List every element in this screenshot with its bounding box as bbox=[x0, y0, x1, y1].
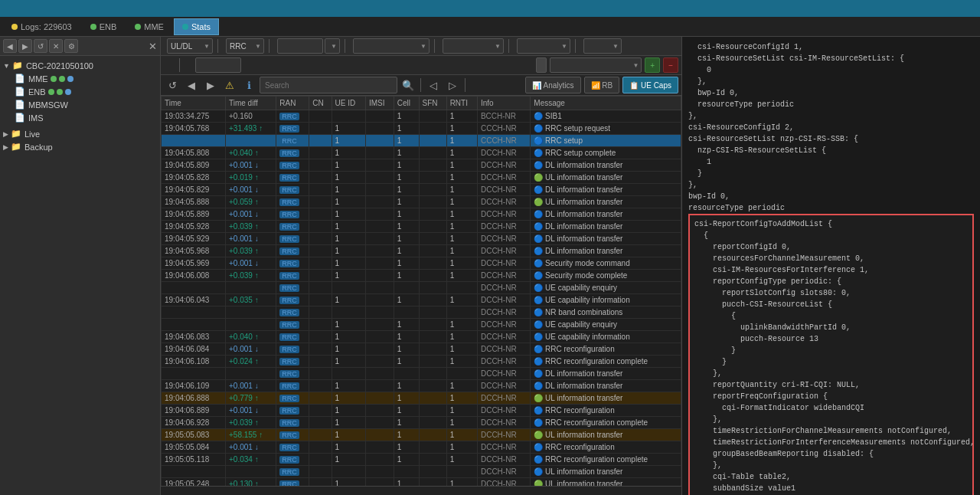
info-button[interactable]: ℹ bbox=[240, 77, 257, 93]
add-filter-button[interactable]: + bbox=[645, 57, 660, 73]
table-row[interactable]: RRC 1 1 1 DCCH-NR 🔵 UE capability enquir… bbox=[162, 319, 681, 331]
nav-forward-button[interactable]: ▶ bbox=[18, 39, 32, 53]
ueid-select[interactable] bbox=[325, 38, 340, 54]
table-row[interactable]: 19:03:34.275 +0.160 RRC 1 1 BCCH-NR 🔵 SI… bbox=[162, 110, 681, 123]
table-row[interactable]: 19:04:06.008 +0.039 ↑ RRC 1 1 1 DCCH-NR … bbox=[162, 270, 681, 282]
time-toolbar: + − bbox=[161, 56, 681, 75]
table-row[interactable]: 19:04:06.083 +0.040 ↑ RRC 1 1 1 DCCH-NR … bbox=[162, 331, 681, 343]
tab-mme[interactable]: MME bbox=[126, 18, 172, 35]
table-row[interactable]: 19:04:06.888 +0.779 ↑ RRC 1 1 1 DCCH-NR … bbox=[162, 392, 681, 405]
layer-select[interactable]: RRC bbox=[226, 38, 264, 54]
sidebar-item-mme[interactable]: 📄 MME bbox=[0, 72, 160, 85]
cell-ueid: 1 bbox=[332, 294, 365, 307]
table-row[interactable]: 19:05:05.248 +0.130 ↑ RRC 1 1 1 DCCH-NR … bbox=[162, 478, 681, 487]
col-cn: CN bbox=[309, 97, 332, 110]
cell-imsi bbox=[365, 135, 394, 147]
refresh-table-button[interactable]: ↺ bbox=[164, 77, 181, 93]
table-row[interactable]: 19:04:05.809 +0.001 ↓ RRC 1 1 1 DCCH-NR … bbox=[162, 159, 681, 172]
uecaps-button[interactable]: 📋 UE Caps bbox=[622, 77, 678, 93]
cell-ueid: 1 bbox=[332, 405, 365, 417]
cell-ueid: 1 bbox=[332, 343, 365, 356]
tab-stats[interactable]: Stats bbox=[174, 18, 219, 35]
table-row[interactable]: RRC DCCH-NR 🔵 UL information transfer bbox=[162, 466, 681, 478]
cell-rnti: 1 bbox=[446, 429, 477, 441]
table-row[interactable]: 19:04:05.929 +0.001 ↓ RRC 1 1 1 DCCH-NR … bbox=[162, 233, 681, 245]
cell-message: 🔵 UE capability information bbox=[531, 294, 681, 307]
mme-status-1 bbox=[51, 76, 57, 82]
col-info: Info bbox=[477, 97, 530, 110]
table-row[interactable]: 19:04:06.108 +0.024 ↑ RRC 1 1 1 DCCH-NR … bbox=[162, 356, 681, 368]
table-row[interactable]: RRC DCCH-NR 🔵 UE capability enquiry bbox=[162, 282, 681, 294]
nav-back-button[interactable]: ◀ bbox=[3, 39, 17, 53]
mode-select[interactable]: UL/DL bbox=[167, 38, 213, 54]
table-row[interactable]: 19:05:05.084 +0.001 ↓ RRC 1 1 1 DCCH-NR … bbox=[162, 441, 681, 454]
cell-info: DCCH-NR bbox=[477, 221, 530, 233]
cell-ueid bbox=[332, 368, 365, 380]
cell-ueid: 1 bbox=[332, 270, 365, 282]
analytics-button[interactable]: 📊 Analytics bbox=[525, 77, 580, 93]
cell-cn bbox=[309, 343, 332, 356]
table-row[interactable]: 19:05:05.118 +0.034 ↑ RRC 1 1 1 DCCH-NR … bbox=[162, 454, 681, 466]
table-row[interactable]: 19:05:05.083 +58.155 ↑ RRC 1 1 1 DCCH-NR… bbox=[162, 429, 681, 441]
cell-info: DCCH-NR bbox=[477, 454, 530, 466]
cell-time bbox=[162, 307, 226, 319]
table-row[interactable]: 19:04:05.889 +0.001 ↓ RRC 1 1 1 DCCH-NR … bbox=[162, 208, 681, 221]
table-row[interactable]: RRC DCCH-NR 🔵 NR band combinations bbox=[162, 307, 681, 319]
sidebar-item-ims[interactable]: 📄 IMS bbox=[0, 111, 160, 124]
table-row[interactable]: RRC DCCH-NR 🔵 DL information transfer bbox=[162, 368, 681, 380]
table-row[interactable]: 19:04:06.043 +0.035 ↑ RRC 1 1 1 DCCH-NR … bbox=[162, 294, 681, 307]
table-row[interactable]: 19:04:05.828 +0.019 ↑ RRC 1 1 1 DCCH-NR … bbox=[162, 172, 681, 184]
sidebar-close-button[interactable]: ✕ bbox=[149, 41, 157, 52]
filter-select[interactable] bbox=[550, 57, 642, 73]
table-row[interactable]: 19:04:06.084 +0.001 ↓ RRC 1 1 1 DCCH-NR … bbox=[162, 343, 681, 356]
sidebar-item-backup[interactable]: ▶ 📁 Backup bbox=[0, 140, 160, 153]
sep6 bbox=[575, 39, 576, 53]
warning-button[interactable]: ⚠ bbox=[221, 77, 238, 93]
sidebar-item-cbc[interactable]: ▼ 📁 CBC-2021050100 bbox=[0, 59, 160, 72]
table-row[interactable]: 19:04:06.889 +0.001 ↓ RRC 1 1 1 DCCH-NR … bbox=[162, 405, 681, 417]
table-row[interactable]: 19:04:05.968 +0.039 ↑ RRC 1 1 1 DCCH-NR … bbox=[162, 245, 681, 257]
cell-sfn bbox=[419, 454, 446, 466]
table-row[interactable]: 19:04:05.808 +0.040 ↑ RRC 1 1 1 DCCH-NR … bbox=[162, 147, 681, 159]
info-select[interactable] bbox=[517, 38, 570, 54]
table-row[interactable]: 19:04:05.768 +31.493 ↑ RRC 1 1 1 CCCH-NR… bbox=[162, 123, 681, 135]
group-ue-input[interactable] bbox=[195, 57, 241, 73]
table-row[interactable]: 19:04:06.928 +0.039 ↑ RRC 1 1 1 DCCH-NR … bbox=[162, 417, 681, 429]
search-input[interactable] bbox=[260, 77, 397, 93]
table-row[interactable]: 19:04:05.928 +0.039 ↑ RRC 1 1 1 DCCH-NR … bbox=[162, 221, 681, 233]
cell-cn bbox=[309, 184, 332, 196]
cell-rnti: 1 bbox=[446, 441, 477, 454]
sidebar-item-enb[interactable]: 📄 ENB bbox=[0, 85, 160, 98]
bottom-scrollbar[interactable] bbox=[161, 486, 681, 495]
cell-time: 19:04:06.928 bbox=[162, 417, 226, 429]
sidebar-item-live[interactable]: ▶ 📁 Live bbox=[0, 127, 160, 140]
cell-message: 🔵 UE capability enquiry bbox=[531, 282, 681, 294]
next2-button[interactable]: ▷ bbox=[444, 77, 461, 93]
remove-filter-button[interactable]: − bbox=[663, 57, 678, 73]
clear-button[interactable] bbox=[536, 57, 547, 73]
tab-logs[interactable]: Logs: 229603 bbox=[3, 18, 80, 35]
tab-enb[interactable]: ENB bbox=[82, 18, 126, 35]
table-row[interactable]: 19:04:06.109 +0.001 ↓ RRC 1 1 1 DCCH-NR … bbox=[162, 380, 681, 392]
refresh-button[interactable]: ↺ bbox=[34, 39, 47, 53]
next-button[interactable]: ▶ bbox=[202, 77, 219, 93]
cell-sfn bbox=[419, 208, 446, 221]
cell-diff: +0.001 ↓ bbox=[225, 405, 276, 417]
ueid-input[interactable] bbox=[277, 38, 323, 54]
sidebar-item-mbmsgw[interactable]: 📄 MBMSGW bbox=[0, 98, 160, 111]
settings-button[interactable]: ⚙ bbox=[64, 39, 78, 53]
table-row[interactable]: 19:04:05.969 +0.001 ↓ RRC 1 1 1 DCCH-NR … bbox=[162, 257, 681, 270]
imsi-select[interactable] bbox=[353, 38, 430, 54]
rb-button[interactable]: 📶 RB bbox=[584, 77, 620, 93]
table-row[interactable]: 19:04:05.829 +0.001 ↓ RRC 1 1 1 DCCH-NR … bbox=[162, 184, 681, 196]
cellid-select[interactable] bbox=[443, 38, 504, 54]
stop-button[interactable]: ✕ bbox=[49, 39, 63, 53]
prev2-button[interactable]: ◁ bbox=[425, 77, 442, 93]
table-row[interactable]: RRC 1 1 1 CCCH-NR 🔵 RRC setup bbox=[162, 135, 681, 147]
prev-button[interactable]: ◀ bbox=[183, 77, 200, 93]
table-row[interactable]: 19:04:05.888 +0.059 ↑ RRC 1 1 1 DCCH-NR … bbox=[162, 196, 681, 208]
search-icon-button[interactable]: 🔍 bbox=[400, 77, 416, 93]
cell-diff: +58.155 ↑ bbox=[225, 429, 276, 441]
level-select[interactable] bbox=[583, 38, 622, 54]
cell-time: 19:04:05.968 bbox=[162, 245, 226, 257]
